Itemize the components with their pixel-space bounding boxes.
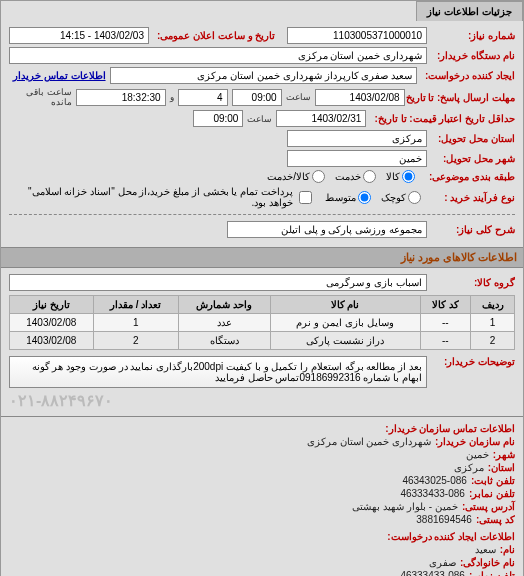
radio-service[interactable] [363,170,376,183]
cell: 2 [471,332,515,350]
radio-goods[interactable] [402,170,415,183]
desc-value: مجموعه ورزشی پارکی و پلی اتیلن [227,221,427,238]
cell: دراز نشست پارکی [270,332,420,350]
org-value: شهرداری خمین استان مرکزی [307,436,431,447]
cell: 1 [93,314,178,332]
and-label: و [170,92,174,102]
items-section-header: اطلاعات کالاهای مورد نیاز [1,247,523,268]
radio-medium[interactable] [358,191,371,204]
contact-prov-value: مرکزی [454,462,484,473]
cell: وسایل بازی ایمن و نرم [270,314,420,332]
contact-fax-value: 46333433-086 [400,488,465,499]
cell: دستگاه [178,332,270,350]
radio-small[interactable] [408,191,421,204]
validity-time: 09:00 [193,110,243,127]
buyer-notes-value: بعد از مطالعه برگه استعلام را تکمیل و با… [9,356,427,388]
contact-tel-label: تلفن ثابت: [471,475,515,486]
validity-label: حداقل تاریخ اعتبار قیمت: تا تاریخ: [374,113,515,124]
contact-prov-label: استان: [488,462,515,473]
contact-addr-value: خمین - بلوار شهید بهشتی [352,501,457,512]
creator-value: سعید صفری کارپرداز شهرداری خمین استان مر… [110,67,418,84]
buyer-device-value: شهرداری خمین استان مرکزی [9,47,427,64]
city-label: شهر محل تحویل: [435,153,515,164]
radio-small-label: کوچک [381,192,406,203]
creator-lname-label: نام خانوادگی: [460,557,515,568]
cell: عدد [178,314,270,332]
creator-lname-value: صفری [429,557,456,568]
cell: -- [420,332,471,350]
items-table: ردیف کد کالا نام کالا واحد شمارش تعداد /… [9,295,515,350]
th-4: تعداد / مقدار [93,296,178,314]
contact-post-value: 3881694546 [416,514,472,525]
contact-post-label: کد پستی: [476,514,515,525]
creator-tel-value: 46333433-086 [400,570,465,576]
subject-label: طبقه بندی موضوعی: [429,171,515,182]
need-number-value: 1103005371000010 [287,27,427,44]
cell: -- [420,314,471,332]
validity-date: 1403/02/31 [276,110,366,127]
deadline-time: 09:00 [232,89,282,106]
checkbox-treasury[interactable] [299,191,312,204]
buyer-contact-link[interactable]: اطلاعات تماس خریدار [13,70,106,81]
province-label: استان محل تحویل: [435,133,515,144]
radio-goods-service-label: کالا/خدمت [267,171,310,182]
creator-fname-label: نام: [500,544,515,555]
group-label: گروه کالا: [435,277,515,288]
contact-city-label: شهر: [493,449,515,460]
radio-medium-label: متوسط [325,192,356,203]
creator-label: ایجاد کننده درخواست: [425,70,515,81]
cell: 1403/02/08 [10,332,94,350]
contact-fax-label: تلفن نمابر: [469,488,515,499]
time-label-1: ساعت [286,92,311,102]
process-label: نوع فرآیند خرید : [435,192,515,203]
contact-city-value: خمین [466,449,489,460]
announce-value: 1403/02/03 - 14:15 [9,27,149,44]
deadline-label: مهلت ارسال پاسخ: تا تاریخ: [413,92,515,103]
radio-goods-label: کالا [386,171,400,182]
th-3: واحد شمارش [178,296,270,314]
th-2: نام کالا [270,296,420,314]
cell: 2 [93,332,178,350]
watermark-phone: ۰۲۱-۸۸۲۴۹۶۷۰ [9,391,515,410]
time-label-2: ساعت [247,114,272,124]
remain-label: ساعت باقی مانده [9,87,72,107]
tab-need-details[interactable]: جزئیات اطلاعات نیاز [416,1,523,21]
table-row: 1 -- وسایل بازی ایمن و نرم عدد 1 1403/02… [10,314,515,332]
th-0: ردیف [471,296,515,314]
announce-label: تاریخ و ساعت اعلان عمومی: [157,30,275,41]
group-value: اسباب بازی و سرگرمی [9,274,427,291]
contact-addr-label: آدرس پستی: [462,501,515,512]
desc-label: شرح کلی نیاز: [435,224,515,235]
buyer-notes-label: توضیحات خریدار: [435,356,515,367]
city-value: خمین [287,150,427,167]
cell: 1403/02/08 [10,314,94,332]
org-label: نام سازمان خریدار: [435,436,515,447]
radio-goods-service[interactable] [312,170,325,183]
buyer-device-label: نام دستگاه خریدار: [435,50,515,61]
th-5: تاریخ نیاز [10,296,94,314]
need-number-label: شماره نیاز: [435,30,515,41]
time-remain: 18:32:30 [76,89,166,106]
cell: 1 [471,314,515,332]
contact-tel-value: 46343025-086 [402,475,467,486]
days-remain: 4 [178,89,228,106]
creator-tel-label: تلفن نمابر: [469,570,515,576]
deadline-date: 1403/02/08 [315,89,405,106]
province-value: مرکزی [287,130,427,147]
th-1: کد کالا [420,296,471,314]
creator-fname-value: سعید [475,544,496,555]
radio-service-label: خدمت [335,171,361,182]
process-note: پرداخت تمام یا بخشی از مبلغ خرید،از محل … [9,186,293,208]
contact-header: اطلاعات تماس سازمان خریدار: [385,423,515,434]
table-row: 2 -- دراز نشست پارکی دستگاه 2 1403/02/08 [10,332,515,350]
creator-header: اطلاعات ایجاد کننده درخواست: [387,531,515,542]
